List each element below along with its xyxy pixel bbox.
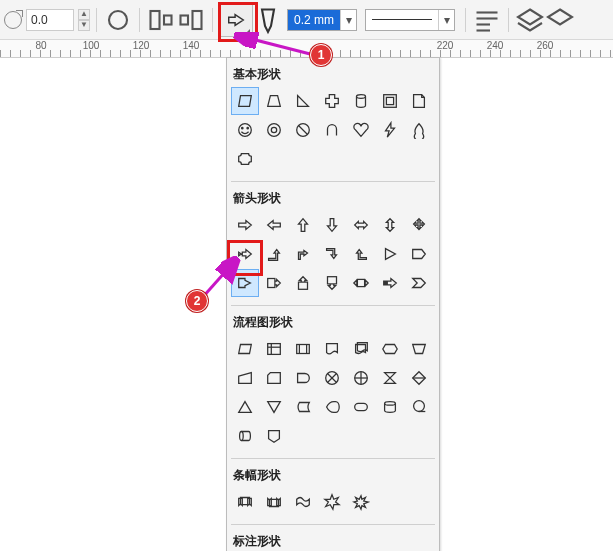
arrow-pentagon[interactable] (405, 240, 433, 268)
layers-button-1[interactable] (515, 5, 545, 35)
svg-marker-10 (548, 9, 572, 24)
flow-internal-storage[interactable] (260, 335, 288, 363)
flow-magnetic-disk[interactable] (376, 393, 404, 421)
flow-collate[interactable] (376, 364, 404, 392)
arrow-callout-box[interactable] (260, 269, 288, 297)
flow-stored-data[interactable] (289, 393, 317, 421)
rotation-input[interactable] (26, 9, 74, 31)
shape-lightning[interactable] (376, 116, 404, 144)
arrow-left[interactable] (260, 211, 288, 239)
arrow-left-right[interactable] (347, 211, 375, 239)
arrow-shapes-grid (231, 211, 435, 301)
ruler-label: 140 (183, 40, 200, 51)
layers-button-2[interactable] (545, 5, 575, 35)
arrow-corner-down[interactable] (318, 240, 346, 268)
svg-rect-1 (151, 11, 160, 29)
arrow-down[interactable] (318, 211, 346, 239)
flow-data[interactable] (231, 335, 259, 363)
flow-summing[interactable] (318, 364, 346, 392)
banner-explosion-2[interactable] (347, 488, 375, 516)
svg-point-18 (242, 127, 243, 128)
svg-rect-36 (297, 345, 310, 354)
flow-document[interactable] (318, 335, 346, 363)
shape-donut[interactable] (260, 116, 288, 144)
svg-marker-60 (325, 495, 339, 509)
banner-ribbon-up[interactable] (260, 488, 288, 516)
svg-point-19 (247, 127, 248, 128)
svg-marker-49 (385, 373, 396, 384)
flow-display[interactable] (318, 393, 346, 421)
align-distribute-button-2[interactable] (176, 5, 206, 35)
section-banner-shapes: 条幅形状 (231, 463, 435, 488)
svg-marker-12 (268, 96, 281, 107)
outline-pen-button[interactable] (253, 5, 283, 35)
shape-heart[interactable] (347, 116, 375, 144)
outline-width-combo[interactable]: 0.2 mm ▾ (287, 9, 357, 31)
banner-explosion-1[interactable] (318, 488, 346, 516)
arrow-right[interactable] (231, 211, 259, 239)
arrow-bent-up[interactable] (260, 240, 288, 268)
shape-arch[interactable] (318, 116, 346, 144)
shape-parallelogram[interactable] (231, 87, 259, 115)
chevron-down-icon[interactable]: ▾ (340, 10, 356, 30)
wrap-text-button[interactable] (472, 5, 502, 35)
line-style-combo[interactable]: ▾ (365, 9, 455, 31)
arrow-callout-lr[interactable] (347, 269, 375, 297)
svg-marker-9 (518, 9, 542, 24)
shape-frame[interactable] (376, 87, 404, 115)
rotation-spinner[interactable]: ▲▼ (78, 9, 90, 31)
flow-preparation[interactable] (376, 335, 404, 363)
arrow-chevron-right[interactable] (405, 269, 433, 297)
shape-cylinder[interactable] (347, 87, 375, 115)
flow-delay[interactable] (289, 364, 317, 392)
arrow-up[interactable] (289, 211, 317, 239)
arrow-callout-up[interactable] (289, 269, 317, 297)
shape-no-symbol[interactable] (289, 116, 317, 144)
shape-cross[interactable] (318, 87, 346, 115)
flow-extract[interactable] (231, 393, 259, 421)
svg-line-75 (202, 262, 234, 298)
flow-or[interactable] (347, 364, 375, 392)
flow-card[interactable] (260, 364, 288, 392)
flow-multidoc[interactable] (347, 335, 375, 363)
svg-rect-30 (357, 279, 364, 286)
arrow-up-down[interactable] (376, 211, 404, 239)
svg-point-55 (385, 402, 396, 406)
ruler-label: 240 (487, 40, 504, 51)
flow-terminator[interactable] (347, 393, 375, 421)
arrow-striped-right[interactable] (376, 269, 404, 297)
shape-smiley[interactable] (231, 116, 259, 144)
shape-teardrop[interactable] (405, 116, 433, 144)
shape-plaque[interactable] (231, 145, 259, 173)
banner-ribbon-down[interactable] (231, 488, 259, 516)
mirror-horizontal-button[interactable] (103, 5, 133, 35)
svg-marker-53 (268, 402, 281, 413)
rotation-icon (4, 11, 22, 29)
flow-manual-input[interactable] (231, 364, 259, 392)
arrow-bent-right[interactable] (289, 240, 317, 268)
ruler-label: 100 (83, 40, 100, 51)
shape-folded-corner[interactable] (405, 87, 433, 115)
flow-merge[interactable] (260, 393, 288, 421)
flow-offpage[interactable] (260, 422, 288, 450)
chevron-down-icon[interactable]: ▾ (438, 10, 454, 30)
flow-tape[interactable] (405, 393, 433, 421)
svg-rect-3 (181, 15, 189, 24)
flow-predefined[interactable] (289, 335, 317, 363)
arrow-quad[interactable] (405, 211, 433, 239)
shape-right-triangle[interactable] (289, 87, 317, 115)
arrow-callout-down[interactable] (318, 269, 346, 297)
flow-direct-access[interactable] (231, 422, 259, 450)
align-distribute-button-1[interactable] (146, 5, 176, 35)
shape-trapezoid[interactable] (260, 87, 288, 115)
banner-wave[interactable] (289, 488, 317, 516)
svg-rect-4 (193, 11, 202, 29)
section-flowchart-shapes: 流程图形状 (231, 310, 435, 335)
flow-manual-op[interactable] (405, 335, 433, 363)
flow-sort[interactable] (405, 364, 433, 392)
arrow-play[interactable] (376, 240, 404, 268)
svg-rect-29 (328, 277, 337, 284)
svg-point-58 (240, 432, 244, 441)
svg-rect-15 (384, 95, 397, 108)
arrow-corner-up[interactable] (347, 240, 375, 268)
